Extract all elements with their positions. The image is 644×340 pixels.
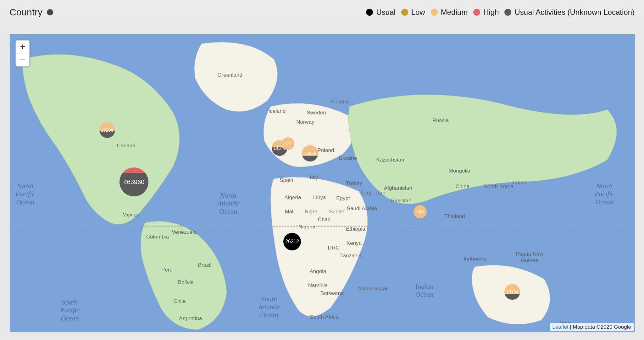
country-label: Mongolia [449, 168, 470, 174]
country-label: Kenya [347, 240, 362, 246]
ocean-label: NorthPacificOcean [15, 182, 35, 206]
country-label: Italy [308, 174, 318, 180]
country-label: Brazil [198, 262, 212, 268]
country-label: DRC [328, 245, 340, 251]
country-label: China [456, 184, 469, 190]
map[interactable]: NorthPacificOceanNorthPacificOceanSouthP… [9, 34, 635, 332]
map-marker-africa[interactable]: 26212 [283, 233, 301, 250]
country-label: Russia [432, 118, 449, 124]
country-label: Finland [331, 99, 349, 105]
legend-dot [401, 9, 408, 16]
legend-label: High [483, 8, 499, 17]
marker-value: 572 [282, 141, 294, 146]
map-marker-india[interactable]: 248 [414, 205, 427, 218]
country-label: Papua NewGuinea [516, 251, 543, 264]
country-label: Nigeria [298, 224, 315, 230]
map-marker-australia[interactable]: 13194 [504, 284, 520, 300]
country-label: Iceland [269, 108, 286, 114]
country-label: Spain [280, 177, 293, 184]
country-label: Namibia [308, 282, 328, 289]
map-marker-usa[interactable]: 463960 [119, 167, 148, 196]
country-label: Colombia [146, 234, 169, 240]
country-label: Thailand [444, 213, 465, 220]
country-label: Tanzania [340, 253, 362, 259]
country-label: Niger [305, 209, 318, 215]
country-label: Poland [318, 147, 334, 154]
country-label: Bolivia [178, 279, 194, 286]
country-label: Japan [512, 179, 526, 185]
legend-item[interactable]: Low [401, 8, 425, 17]
country-label: Indonesia [464, 256, 487, 262]
legend-item[interactable]: Usual [366, 8, 395, 17]
map-attribution: Leaflet | Map data ©2020 Google [550, 323, 634, 331]
country-label: Ukraine [339, 155, 357, 162]
ocean-label: NorthPacificOcean [595, 182, 614, 206]
country-label: Chile [174, 298, 186, 304]
marker-value: 17296 [99, 128, 115, 133]
country-label: Mexico [122, 212, 139, 218]
country-label: Algeria [285, 195, 301, 201]
marker-value: 26212 [283, 239, 301, 244]
ocean-label: SouthAtlanticOcean [258, 295, 280, 319]
legend-item[interactable]: High [473, 8, 499, 17]
zoom-in-button[interactable]: + [16, 41, 29, 53]
country-label: Afghanistan [384, 185, 412, 191]
country-label: Iraq [362, 190, 371, 196]
legend-label: Low [411, 8, 425, 17]
country-label: Greenland [217, 72, 242, 78]
country-label: Madagascar [358, 286, 388, 292]
info-icon[interactable]: i [47, 9, 53, 15]
country-label: Mali [285, 209, 294, 215]
zoom-control: + − [15, 40, 30, 67]
country-label: Egypt [336, 195, 350, 202]
country-label: Angola [310, 268, 326, 275]
country-label: Kazakhstan [376, 157, 404, 163]
country-label: Turkey [346, 180, 362, 187]
legend: UsualLowMediumHighUsual Activities (Unkn… [366, 8, 635, 17]
ocean-label: IndianOcean [415, 282, 433, 299]
legend-item[interactable]: Medium [431, 8, 468, 17]
legend-label: Usual [376, 8, 395, 17]
zoom-out-button[interactable]: − [16, 53, 29, 66]
country-label: Canada [117, 143, 136, 149]
legend-dot [366, 9, 373, 16]
country-label: South Africa [310, 314, 339, 320]
legend-dot [473, 9, 480, 16]
country-label: Chad [318, 217, 331, 223]
legend-item[interactable]: Usual Activities (Unknown Location) [504, 8, 635, 17]
country-label: Venezuela [172, 229, 197, 235]
equator-line [10, 226, 635, 227]
ocean-label: SouthPacificOcean [60, 298, 80, 322]
country-label: Ethiopia [346, 226, 365, 232]
marker-value: 13853 [302, 151, 318, 156]
ocean-label: NorthAtlanticOcean [217, 191, 239, 215]
country-label: Botswana [320, 290, 344, 297]
leaflet-link[interactable]: Leaflet [552, 324, 569, 330]
map-marker-germany[interactable]: 13853 [302, 145, 318, 162]
country-label: Pakistan [391, 198, 411, 204]
map-marker-canada[interactable]: 17296 [99, 122, 115, 138]
country-label: Peru [161, 267, 173, 273]
legend-dot [504, 9, 511, 16]
legend-label: Usual Activities (Unknown Location) [514, 8, 635, 17]
marker-value: 463960 [119, 178, 148, 186]
country-label: Argentina [179, 315, 202, 322]
country-label: Libya [313, 195, 326, 201]
panel-header: Country i UsualLowMediumHighUsual Activi… [0, 0, 644, 24]
panel-title: Country i [9, 7, 53, 18]
country-label: Sweden [307, 110, 326, 116]
legend-label: Medium [441, 8, 468, 17]
country-label: Sudan [329, 209, 344, 215]
map-marker-uk2[interactable]: 572 [282, 137, 294, 150]
marker-value: 248 [414, 209, 427, 214]
country-label: Norway [296, 119, 314, 125]
country-label: Saudi Arabia [347, 206, 377, 212]
legend-dot [431, 9, 438, 16]
marker-value: 13194 [504, 289, 520, 294]
title-text: Country [9, 7, 42, 18]
country-label: South Korea [484, 184, 514, 190]
